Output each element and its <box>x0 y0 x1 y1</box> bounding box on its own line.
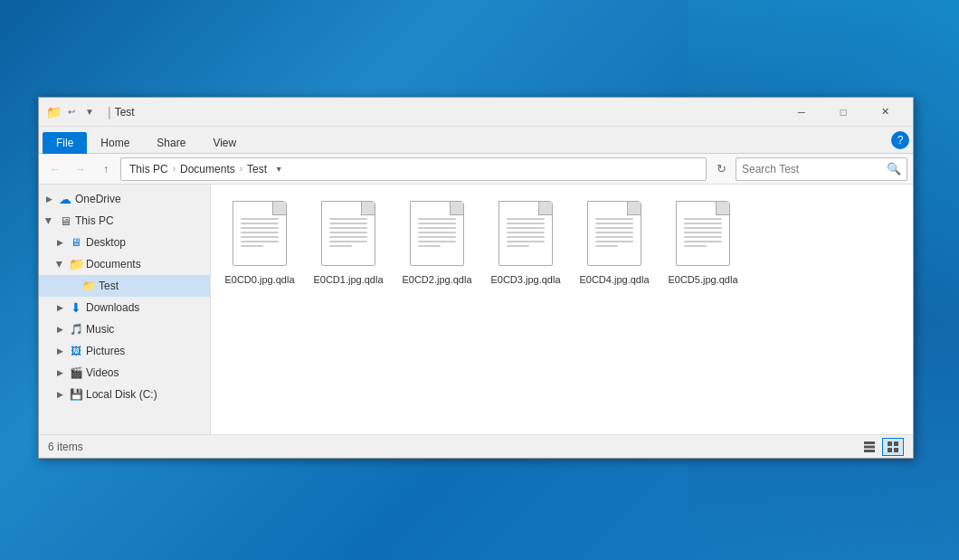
breadcrumb-test[interactable]: Test <box>244 161 270 177</box>
documents-icon: 📁 <box>69 257 83 271</box>
main-content: ▶ ☁ OneDrive ▶ 🖥 This PC ▶ 🖥 Desktop ▶ 📁… <box>39 185 913 434</box>
window-controls: ─ □ ✕ <box>781 98 906 127</box>
local-disk-icon: 💾 <box>69 387 83 402</box>
sidebar-item-documents[interactable]: ▶ 📁 Documents <box>39 253 210 275</box>
file-icon-wrapper <box>583 197 646 270</box>
search-input[interactable] <box>742 163 887 176</box>
document-shape <box>410 201 464 266</box>
file-item[interactable]: E0CD2.jpg.qdla <box>397 194 477 289</box>
sidebar-item-test[interactable]: ▶ 📁 Test <box>39 275 210 297</box>
sidebar-item-desktop[interactable]: ▶ 🖥 Desktop <box>39 232 210 253</box>
document-shape <box>587 201 641 266</box>
document-lines <box>329 218 367 250</box>
sidebar: ▶ ☁ OneDrive ▶ 🖥 This PC ▶ 🖥 Desktop ▶ 📁… <box>39 185 211 434</box>
pictures-icon: 🖼 <box>69 344 83 358</box>
folder-icon: 📁 <box>46 105 61 119</box>
tab-home[interactable]: Home <box>87 132 143 154</box>
close-button[interactable]: ✕ <box>864 98 906 127</box>
file-name: E0CD5.jpg.qdla <box>668 273 737 286</box>
breadcrumb-sep-1: › <box>173 164 176 174</box>
file-icon-wrapper <box>228 197 291 270</box>
file-area: E0CD0.jpg.qdlaE0CD1.jpg.qdlaE0CD2.jpg.qd… <box>211 185 913 434</box>
sidebar-label-documents: Documents <box>86 258 141 271</box>
file-icon-wrapper <box>317 197 380 270</box>
svg-rect-3 <box>888 441 892 446</box>
minimize-button[interactable]: ─ <box>781 98 822 127</box>
search-box: 🔍 <box>736 157 907 181</box>
document-lines <box>418 218 456 250</box>
title-bar-icons: 📁 ↩ ▼ <box>46 105 97 119</box>
test-icon: 📁 <box>81 279 96 293</box>
file-item[interactable]: E0CD5.jpg.qdla <box>663 194 743 289</box>
back-button[interactable]: ← <box>44 158 66 180</box>
expand-arrow-this-pc: ▶ <box>43 214 55 227</box>
maximize-button[interactable]: □ <box>822 98 864 127</box>
videos-icon: 🎬 <box>69 365 83 380</box>
document-lines <box>595 218 633 250</box>
file-item[interactable]: E0CD0.jpg.qdla <box>220 194 299 289</box>
item-count: 6 items <box>48 441 859 453</box>
breadcrumb-sep-2: › <box>240 164 242 174</box>
details-view-button[interactable] <box>859 438 880 456</box>
nav-bar: ← → ↑ This PC › Documents › Test ▼ ↻ 🔍 <box>39 154 913 185</box>
expand-arrow-pictures: ▶ <box>53 345 66 357</box>
this-pc-icon: 🖥 <box>58 214 72 228</box>
expand-arrow-music: ▶ <box>53 323 66 336</box>
sidebar-item-videos[interactable]: ▶ 🎬 Videos <box>39 362 210 384</box>
file-item[interactable]: E0CD3.jpg.qdla <box>486 194 565 289</box>
sidebar-label-downloads: Downloads <box>86 301 139 314</box>
document-shape <box>233 201 287 266</box>
title-bar: 📁 ↩ ▼ | Test ─ □ ✕ <box>39 98 913 127</box>
document-shape <box>498 201 553 266</box>
search-button[interactable]: 🔍 <box>887 162 901 176</box>
expand-arrow-onedrive: ▶ <box>43 193 55 205</box>
onedrive-icon: ☁ <box>58 192 72 206</box>
file-name: E0CD3.jpg.qdla <box>490 273 560 286</box>
breadcrumb-documents[interactable]: Documents <box>177 161 238 177</box>
help-button[interactable]: ? <box>891 131 909 149</box>
sidebar-item-music[interactable]: ▶ 🎵 Music <box>39 318 210 340</box>
file-name: E0CD0.jpg.qdla <box>224 273 294 286</box>
expand-arrow-documents: ▶ <box>53 258 66 271</box>
expand-arrow-local-disk: ▶ <box>53 388 66 401</box>
sidebar-item-this-pc[interactable]: ▶ 🖥 This PC <box>39 210 210 232</box>
breadcrumb-dropdown[interactable]: ▼ <box>271 162 286 176</box>
ribbon-tabs: File Home Share View ? <box>39 127 913 154</box>
expand-arrow-videos: ▶ <box>53 366 66 379</box>
file-item[interactable]: E0CD4.jpg.qdla <box>574 194 654 289</box>
quick-access-icon1: ↩ <box>64 105 79 119</box>
document-lines <box>241 218 279 250</box>
document-lines <box>684 218 722 250</box>
tab-file[interactable]: File <box>43 132 87 154</box>
svg-rect-1 <box>864 445 875 448</box>
file-icon-wrapper <box>494 197 557 270</box>
large-icons-view-button[interactable] <box>882 438 904 456</box>
breadcrumb-this-pc[interactable]: This PC <box>127 161 171 177</box>
file-explorer-window: 📁 ↩ ▼ | Test ─ □ ✕ File Home Share View … <box>38 97 914 459</box>
file-name: E0CD2.jpg.qdla <box>402 273 471 286</box>
sidebar-item-pictures[interactable]: ▶ 🖼 Pictures <box>39 340 210 362</box>
title-sep: | <box>108 105 111 119</box>
document-shape <box>676 201 730 266</box>
svg-rect-0 <box>864 441 875 444</box>
view-buttons <box>859 438 904 456</box>
sidebar-item-local-disk[interactable]: ▶ 💾 Local Disk (C:) <box>39 384 210 405</box>
tab-view[interactable]: View <box>199 132 250 154</box>
up-button[interactable]: ↑ <box>95 158 117 180</box>
file-name: E0CD1.jpg.qdla <box>313 273 383 286</box>
sidebar-label-test: Test <box>99 280 119 292</box>
ribbon-right: ? <box>891 131 909 153</box>
file-item[interactable]: E0CD1.jpg.qdla <box>309 194 388 289</box>
refresh-button[interactable]: ↻ <box>710 158 732 180</box>
sidebar-label-music: Music <box>86 323 114 336</box>
file-name: E0CD4.jpg.qdla <box>579 273 649 286</box>
sidebar-item-onedrive[interactable]: ▶ ☁ OneDrive <box>39 188 210 210</box>
expand-arrow-downloads: ▶ <box>53 301 66 314</box>
sidebar-item-downloads[interactable]: ▶ ⬇ Downloads <box>39 297 210 318</box>
tab-share[interactable]: Share <box>143 132 199 154</box>
svg-rect-5 <box>888 448 892 452</box>
svg-rect-4 <box>894 441 898 446</box>
sidebar-label-desktop: Desktop <box>86 236 126 249</box>
document-lines <box>507 218 545 250</box>
forward-button[interactable]: → <box>70 158 91 180</box>
